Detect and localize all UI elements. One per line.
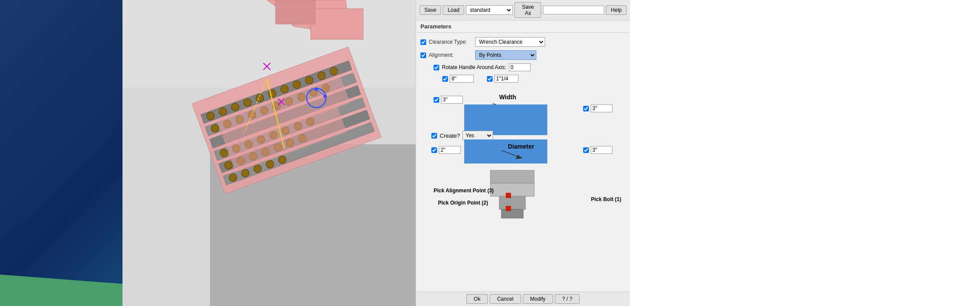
create-row: Create? Yes No xyxy=(431,131,493,140)
toolbar: Save Load standard Save As Help xyxy=(416,0,630,21)
clearance-type-row: Clearance Type: Wrench Clearance xyxy=(420,37,626,47)
bottom-buttons: Ok Cancel Modify ? / ? xyxy=(416,292,630,306)
modify-button[interactable]: Modify xyxy=(523,294,553,304)
rotate-handle-row: Rotate Handle Around Axis: xyxy=(434,63,626,71)
dim6-checkbox[interactable] xyxy=(583,147,589,153)
pick-alignment-label: Pick Alignment Point (3) xyxy=(434,188,494,194)
create-checkbox[interactable] xyxy=(431,133,437,139)
rotate-handle-label: Rotate Handle Around Axis: xyxy=(442,64,506,70)
dim-row-1 xyxy=(442,75,626,84)
svg-rect-17 xyxy=(311,9,363,39)
dim5-row xyxy=(431,146,461,154)
svg-rect-18 xyxy=(276,0,315,24)
alignment-label: Alignment: xyxy=(429,52,472,58)
bolt-diagram xyxy=(469,170,556,223)
get-button[interactable]: ? / ? xyxy=(555,294,580,304)
dim4-row xyxy=(583,104,612,112)
diagram-area: Width Create? Yes No xyxy=(425,87,626,218)
create-label: Create? xyxy=(440,132,460,139)
svg-line-81 xyxy=(501,150,519,157)
help-button[interactable]: Help xyxy=(606,5,626,15)
params-header: Parameters xyxy=(416,21,630,33)
clearance-type-checkbox[interactable] xyxy=(420,39,426,45)
left-panel: Tekla ® DEV Awards 2020 xyxy=(0,0,416,306)
dim5-input[interactable] xyxy=(439,146,461,154)
alignment-checkbox[interactable] xyxy=(420,52,426,58)
rotate-handle-input[interactable] xyxy=(509,63,531,71)
dim3-checkbox[interactable] xyxy=(434,97,439,103)
svg-rect-88 xyxy=(506,206,511,211)
3d-viewport[interactable] xyxy=(122,0,416,306)
dim2-input[interactable] xyxy=(494,75,518,83)
right-panel: Save Load standard Save As Help Paramete… xyxy=(416,0,630,306)
dim6-row xyxy=(583,146,612,154)
saveas-button[interactable]: Save As xyxy=(514,2,541,18)
svg-rect-86 xyxy=(501,209,523,218)
svg-rect-83 xyxy=(490,170,534,183)
3d-scene-svg xyxy=(122,0,416,306)
diameter-arrow xyxy=(501,148,523,161)
ok-button[interactable]: Ok xyxy=(466,294,488,304)
dim3-row xyxy=(434,96,463,104)
preset-select[interactable]: standard xyxy=(466,5,513,15)
load-button[interactable]: Load xyxy=(443,5,464,15)
dim5-checkbox[interactable] xyxy=(431,147,437,153)
name-input[interactable] xyxy=(543,6,604,14)
pick-origin-label: Pick Origin Point (2) xyxy=(438,200,488,206)
dim2-checkbox[interactable] xyxy=(487,76,493,82)
save-button[interactable]: Save xyxy=(420,5,441,15)
clearance-type-select[interactable]: Wrench Clearance xyxy=(475,37,545,47)
dim4-input[interactable] xyxy=(591,104,612,112)
dim1-checkbox[interactable] xyxy=(442,76,448,82)
dim4-checkbox[interactable] xyxy=(583,106,589,111)
rotate-handle-checkbox[interactable] xyxy=(434,65,439,70)
svg-marker-82 xyxy=(515,155,522,159)
cancel-button[interactable]: Cancel xyxy=(490,294,521,304)
dim1-input[interactable] xyxy=(450,75,474,83)
clearance-type-label: Clearance Type: xyxy=(429,39,472,45)
params-content: Clearance Type: Wrench Clearance Alignme… xyxy=(416,33,630,292)
alignment-select[interactable]: By Points xyxy=(475,50,536,60)
create-select[interactable]: Yes No xyxy=(462,131,493,140)
svg-rect-84 xyxy=(490,183,534,196)
svg-rect-85 xyxy=(499,196,525,209)
pick-bolt-label: Pick Bolt (1) xyxy=(591,196,621,202)
svg-rect-87 xyxy=(506,193,511,198)
svg-rect-15 xyxy=(122,0,416,87)
alignment-row: Alignment: By Points xyxy=(420,50,626,60)
dim6-input[interactable] xyxy=(591,146,612,154)
dim3-input[interactable] xyxy=(441,96,463,104)
